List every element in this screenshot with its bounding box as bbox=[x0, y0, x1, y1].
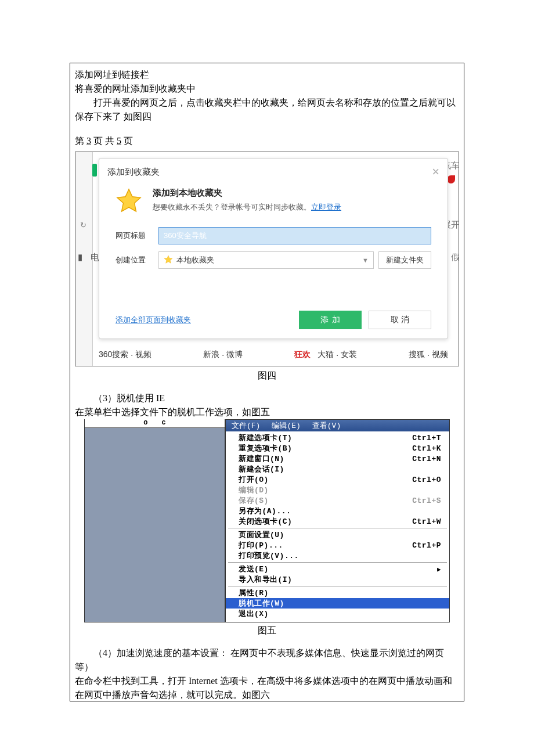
menu-item-label: 发送(E) bbox=[239, 564, 269, 574]
label-page-title: 网页标题 bbox=[116, 231, 150, 241]
menubar-view[interactable]: 查看(V) bbox=[306, 420, 347, 431]
section-3-title: （3）脱机使用 IE bbox=[75, 391, 459, 405]
menu-item-label: 打开(O) bbox=[239, 474, 269, 485]
promo-title: 添加到本地收藏夹 bbox=[153, 188, 431, 199]
section-4-line-2: 在命令栏中找到工具，打开 Internet 选项卡，在高级中将多媒体选项中的在网… bbox=[75, 674, 459, 702]
add-button[interactable]: 添加 bbox=[299, 311, 362, 329]
label-location: 创建位置 bbox=[116, 255, 150, 265]
menu-item-label: 打印预览(V)... bbox=[239, 550, 299, 561]
menu-item-label: 退出(X) bbox=[239, 609, 269, 619]
nav-link-2[interactable]: 新浪·微博 bbox=[203, 350, 243, 360]
submenu-arrow-icon: ▶ bbox=[437, 566, 441, 573]
section-4-line-1: （4）加速浏览速度的基本设置： 在网页中不表现多媒体信息、快速显示浏览过的网页等… bbox=[75, 646, 459, 674]
menu-separator bbox=[228, 586, 447, 586]
menu-item-label: 页面设置(U) bbox=[239, 530, 284, 540]
menu-item-shortcut: Ctrl+S bbox=[412, 496, 441, 505]
figure-5-caption: 图五 bbox=[75, 625, 459, 637]
location-value: 本地收藏夹 bbox=[176, 255, 214, 265]
menu-item[interactable]: 导入和导出(I) bbox=[226, 574, 449, 585]
menu-item[interactable]: 另存为(A)... bbox=[226, 506, 449, 516]
menu-item[interactable]: 发送(E)▶ bbox=[226, 564, 449, 574]
menu-item-label: 新建会话(I) bbox=[239, 464, 284, 474]
green-accent bbox=[92, 164, 97, 177]
close-icon[interactable]: × bbox=[432, 164, 439, 179]
star-icon bbox=[164, 255, 173, 266]
dialog-title: 添加到收藏夹 bbox=[107, 167, 160, 178]
menu-item-label: 重复选项卡(B) bbox=[239, 443, 292, 453]
menu-item[interactable]: 打印(P)...Ctrl+P bbox=[226, 540, 449, 550]
marker-c: c bbox=[162, 419, 166, 427]
page-frame: 添加网址到链接栏 将喜爱的网址添加到收藏夹中 打开喜爱的网页之后，点击收藏夹栏中… bbox=[70, 63, 464, 701]
menu-item-label: 导入和导出(I) bbox=[239, 574, 292, 585]
page-title-input[interactable] bbox=[158, 227, 431, 244]
partial-marker: ▮ bbox=[78, 252, 82, 262]
menu-item-shortcut: Ctrl+T bbox=[412, 434, 441, 442]
nav-links-row: 360搜索·视频 新浪·微博 狂欢 大猫·女装 搜狐·视频 bbox=[99, 350, 448, 360]
menu-separator bbox=[228, 528, 447, 528]
menu-item[interactable]: 新建会话(I) bbox=[226, 464, 449, 474]
figure-5: o c 文件(F) 编辑(E) 查看(V) 新建选项卡(T)Ctrl+T重复选项… bbox=[84, 419, 450, 622]
add-favorite-dialog: 添加到收藏夹 × 添加到本地收藏夹 想要收藏永不丢失？登录帐号可实时同步收藏。立… bbox=[99, 158, 448, 339]
star-icon bbox=[116, 188, 142, 217]
login-link[interactable]: 立即登录 bbox=[311, 203, 341, 211]
menu-item[interactable]: 新建选项卡(T)Ctrl+T bbox=[226, 433, 449, 443]
text-line-1: 添加网址到链接栏 bbox=[75, 68, 459, 82]
menu-item[interactable]: 打印预览(V)... bbox=[226, 550, 449, 561]
add-all-pages-link[interactable]: 添加全部页面到收藏夹 bbox=[116, 315, 191, 325]
nav-link-4[interactable]: 搜狐·视频 bbox=[409, 350, 448, 360]
menubar: 文件(F) 编辑(E) 查看(V) bbox=[226, 420, 449, 431]
menu-item[interactable]: 退出(X) bbox=[226, 609, 449, 619]
menu-item: 保存(S)Ctrl+S bbox=[226, 495, 449, 506]
menu-item-label: 新建选项卡(T) bbox=[239, 433, 292, 443]
figure-4-caption: 图四 bbox=[75, 370, 459, 382]
menubar-edit[interactable]: 编辑(E) bbox=[266, 420, 306, 431]
menu-item-label: 关闭选项卡(C) bbox=[239, 516, 292, 527]
menu-separator bbox=[228, 562, 447, 563]
refresh-icon: ↻ bbox=[80, 221, 86, 230]
menu-item[interactable]: 关闭选项卡(C)Ctrl+W bbox=[226, 516, 449, 527]
menu-item-label: 打印(P)... bbox=[239, 540, 283, 550]
menu-item[interactable]: 打开(O)Ctrl+O bbox=[226, 474, 449, 485]
menu-item-shortcut: Ctrl+W bbox=[412, 517, 441, 526]
menubar-file[interactable]: 文件(F) bbox=[226, 420, 266, 431]
menu-item-shortcut: Ctrl+O bbox=[412, 476, 441, 484]
menu-item-shortcut: Ctrl+N bbox=[412, 455, 441, 463]
figure-5-left-pane: o c bbox=[84, 419, 225, 622]
nav-link-1[interactable]: 360搜索·视频 bbox=[99, 350, 151, 360]
menu-item-shortcut: Ctrl+P bbox=[412, 541, 441, 550]
menu-item[interactable]: 属性(R) bbox=[226, 588, 449, 598]
figure-4: 汽车 ↻ 展开 ▮ 电 假 添加到收藏夹 × 添加到本地收藏夹 想要收藏永不 bbox=[75, 152, 459, 366]
menu-item-label: 脱机工作(W) bbox=[239, 598, 284, 609]
menu-item-label: 属性(R) bbox=[239, 588, 269, 598]
menu-item-label: 保存(S) bbox=[239, 495, 269, 506]
page-number: 第 3 页 共 5 页 bbox=[75, 134, 459, 148]
menu-item-label: 另存为(A)... bbox=[239, 506, 291, 516]
menu-item-label: 编辑(D) bbox=[239, 485, 269, 495]
marker-o: o bbox=[143, 419, 147, 427]
cancel-button[interactable]: 取消 bbox=[369, 311, 431, 329]
red-badge-icon bbox=[447, 175, 455, 183]
menu-item[interactable]: 新建窗口(N)Ctrl+N bbox=[226, 453, 449, 464]
chevron-down-icon: ▼ bbox=[362, 257, 369, 264]
menu-item-label: 新建窗口(N) bbox=[239, 453, 284, 464]
text-line-2: 将喜爱的网址添加到收藏夹中 bbox=[75, 82, 459, 96]
new-folder-button[interactable]: 新建文件夹 bbox=[378, 251, 431, 269]
menu-item: 编辑(D) bbox=[226, 485, 449, 495]
menu-item[interactable]: 重复选项卡(B)Ctrl+K bbox=[226, 443, 449, 453]
location-select[interactable]: 本地收藏夹 ▼ bbox=[158, 251, 374, 269]
menu-item[interactable]: 页面设置(U) bbox=[226, 530, 449, 540]
menu-item-shortcut: Ctrl+K bbox=[412, 444, 441, 453]
promo-desc: 想要收藏永不丢失？登录帐号可实时同步收藏。立即登录 bbox=[153, 202, 431, 213]
text-line-3: 打开喜爱的网页之后，点击收藏夹栏中的收藏夹，给网页去名称和存放的位置之后就可以保… bbox=[75, 96, 459, 124]
nav-link-3[interactable]: 狂欢 大猫·女装 bbox=[294, 350, 357, 360]
section-3-text: 在菜单栏中选择文件下的脱机工作选项，如图五 bbox=[75, 405, 459, 419]
partial-text-e: 电 bbox=[91, 252, 99, 263]
menu-item[interactable]: 脱机工作(W) bbox=[226, 598, 449, 609]
partial-text-3: 假 bbox=[451, 252, 459, 263]
ie-file-menu: 文件(F) 编辑(E) 查看(V) 新建选项卡(T)Ctrl+T重复选项卡(B)… bbox=[225, 419, 450, 622]
